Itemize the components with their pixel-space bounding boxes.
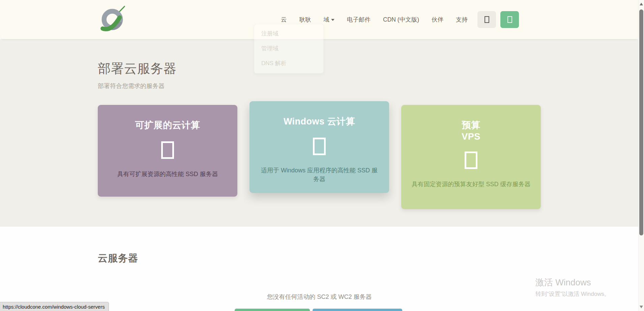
- chevron-down-icon: [331, 19, 334, 21]
- nav-secondary-icon-button[interactable]: [477, 11, 496, 28]
- status-bar: https://cloudcone.com/windows-cloud-serv…: [0, 302, 109, 311]
- nav-item-support[interactable]: 支持: [456, 16, 468, 24]
- product-cards-row: 可扩展的云计算 具有可扩展资源的高性能 SSD 服务器 Windows 云计算 …: [98, 105, 541, 209]
- cloudcone-logo[interactable]: [98, 3, 126, 34]
- card-title: 可扩展的云计算: [107, 120, 228, 131]
- nav-item-label: 伙伴: [432, 16, 443, 24]
- create-server-button-partial[interactable]: [235, 309, 310, 311]
- scrollbar-down-arrow-icon[interactable]: [639, 304, 644, 310]
- secondary-action-button-partial[interactable]: [313, 309, 402, 311]
- dropdown-item-manage-domains[interactable]: 管理域: [254, 41, 323, 56]
- nav-item-label: 电子邮件: [347, 16, 371, 24]
- card-title: Windows 云计算: [259, 116, 380, 128]
- nav-primary-icon-button[interactable]: [500, 11, 519, 28]
- nav-item-bare-metal[interactable]: 耿耿: [299, 16, 311, 24]
- dropdown-item-register-domain[interactable]: 注册域: [254, 26, 323, 41]
- browser-viewport: 云 耿耿 域 电子邮件 CDN (中文版) 伙伴 支持 注册域 管: [0, 0, 644, 311]
- vertical-scrollbar[interactable]: [638, 0, 644, 311]
- nav-item-cdn[interactable]: CDN (中文版): [383, 16, 419, 24]
- nav-item-label: 耿耿: [299, 16, 311, 24]
- nav-item-label: 云: [281, 16, 287, 24]
- nav-item-label: CDN (中文版): [383, 16, 419, 24]
- dropdown-item-dns-resolution[interactable]: DNS 解析: [254, 56, 323, 71]
- placeholder-glyph-icon: [485, 16, 489, 23]
- card-title-line2: VPS: [411, 131, 531, 143]
- card-windows-cloud[interactable]: Windows 云计算 适用于 Windows 应用程序的高性能 SSD 服务器: [250, 101, 389, 193]
- card-title: 预算 VPS: [411, 120, 531, 143]
- scrollbar-thumb[interactable]: [639, 9, 643, 235]
- card-budget-vps[interactable]: 预算 VPS 具有固定资源的预算友好型 SSD 缓存服务器: [401, 105, 541, 209]
- card-description: 具有固定资源的预算友好型 SSD 缓存服务器: [411, 180, 531, 189]
- section-heading: 云服务器: [98, 227, 541, 265]
- card-description: 具有可扩展资源的高性能 SSD 服务器: [107, 170, 228, 178]
- nav-item-cloud[interactable]: 云: [281, 16, 287, 24]
- vps-icon-placeholder: [465, 151, 477, 169]
- page-subtitle: 部署符合您需求的服务器: [98, 82, 541, 90]
- cloud-servers-section: 云服务器 您没有任何活动的 SC2 或 WC2 服务器: [0, 227, 639, 311]
- nav-item-domains[interactable]: 域: [324, 16, 335, 24]
- empty-servers-message: 您没有任何活动的 SC2 或 WC2 服务器: [0, 293, 639, 301]
- nav-item-label: 域: [324, 16, 330, 24]
- cloud-icon-placeholder: [161, 141, 174, 159]
- card-title-line1: 预算: [411, 120, 531, 131]
- status-url: https://cloudcone.com/windows-cloud-serv…: [3, 304, 105, 310]
- card-scalable-cloud[interactable]: 可扩展的云计算 具有可扩展资源的高性能 SSD 服务器: [98, 105, 237, 197]
- nav-item-partners[interactable]: 伙伴: [432, 16, 443, 24]
- scrollbar-up-arrow-icon[interactable]: [639, 1, 644, 7]
- domains-dropdown-menu: 注册域 管理域 DNS 解析: [254, 24, 324, 74]
- card-description: 适用于 Windows 应用程序的高性能 SSD 服务器: [259, 166, 380, 183]
- windows-icon-placeholder: [313, 138, 326, 155]
- placeholder-glyph-icon: [507, 16, 512, 23]
- nav-item-label: 支持: [456, 16, 468, 24]
- cloudcone-logo-icon: [98, 3, 126, 34]
- nav-item-email[interactable]: 电子邮件: [347, 16, 371, 24]
